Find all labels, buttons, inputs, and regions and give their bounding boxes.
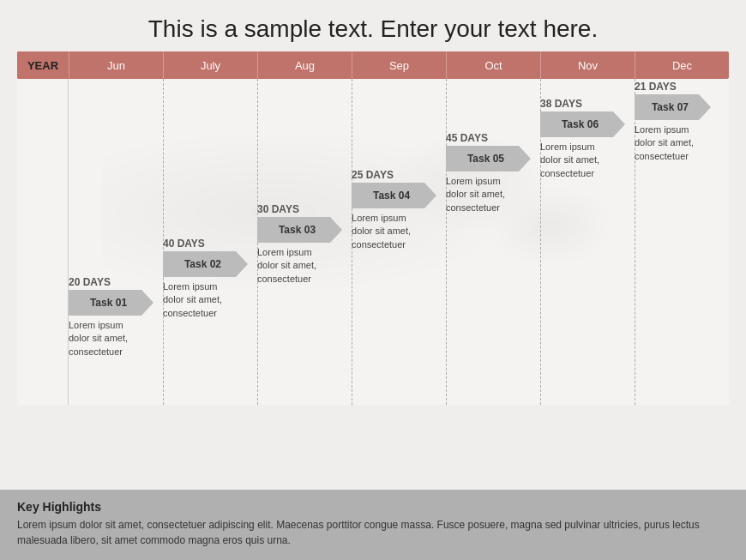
task-07-label: Task 07	[635, 94, 699, 120]
task-02-arrow: Task 02	[163, 251, 268, 277]
month-aug: Aug	[257, 51, 352, 79]
task-07-days: 21 DAYS	[635, 81, 727, 93]
task-05-days: 45 DAYS	[446, 132, 551, 144]
task-04-block: 25 DAYS Task 04 Lorem ipsumdolor sit ame…	[352, 169, 457, 251]
task-05-arrow: Task 05	[446, 146, 551, 172]
task-04-days: 25 DAYS	[352, 169, 457, 181]
footer-text: Lorem ipsum dolor sit amet, consectetuer…	[17, 517, 729, 548]
task-01-days: 20 DAYS	[69, 276, 174, 288]
gantt-body: 20 DAYS Task 01 Lorem ipsumdolor sit ame…	[17, 79, 729, 405]
page-container: This is a sample text. Enter your text h…	[0, 0, 746, 405]
task-07-arrow: Task 07	[635, 94, 727, 120]
month-dec: Dec	[635, 51, 729, 79]
task-05-desc: Lorem ipsumdolor sit amet,consectetuer	[446, 175, 551, 214]
task-04-label: Task 04	[352, 183, 424, 208]
task-01-block: 20 DAYS Task 01 Lorem ipsumdolor sit ame…	[69, 276, 174, 358]
task-05-block: 45 DAYS Task 05 Lorem ipsumdolor sit ame…	[446, 132, 551, 214]
task-03-desc: Lorem ipsumdolor sit amet,consectetuer	[257, 246, 363, 286]
task-01-label: Task 01	[69, 290, 141, 316]
month-jun: Jun	[69, 51, 163, 79]
gantt-wrapper: YEAR Jun July Aug Sep Oct Nov Dec	[0, 51, 746, 405]
task-05-label: Task 05	[446, 146, 519, 172]
task-06-days: 38 DAYS	[540, 98, 646, 110]
task-06-label: Task 06	[540, 111, 613, 137]
month-oct: Oct	[446, 51, 540, 79]
task-04-desc: Lorem ipsumdolor sit amet,consectetuer	[352, 212, 457, 251]
task-06-desc: Lorem ipsumdolor sit amet,consectetuer	[540, 141, 646, 180]
task-03-arrow: Task 03	[257, 217, 363, 243]
task-07-block: 21 DAYS Task 07 Lorem ipsumdolor sit ame…	[635, 81, 727, 163]
task-01-arrow: Task 01	[69, 290, 174, 316]
task-01-desc: Lorem ipsumdolor sit amet,consectetuer	[69, 319, 174, 358]
task-04-arrow: Task 04	[352, 183, 457, 208]
task-03-label: Task 03	[257, 217, 330, 243]
months-area: 20 DAYS Task 01 Lorem ipsumdolor sit ame…	[69, 79, 729, 405]
task-07-desc: Lorem ipsumdolor sit amet,consectetuer	[635, 123, 727, 163]
gantt-header: YEAR Jun July Aug Sep Oct Nov Dec	[17, 51, 729, 79]
page-title: This is a sample text. Enter your text h…	[0, 0, 746, 51]
task-03-block: 30 DAYS Task 03 Lorem ipsumdolor sit ame…	[257, 203, 363, 286]
task-06-arrow: Task 06	[540, 111, 646, 137]
task-03-days: 30 DAYS	[257, 203, 363, 215]
year-column	[17, 79, 69, 405]
month-july: July	[163, 51, 257, 79]
task-02-label: Task 02	[163, 251, 236, 277]
task-06-block: 38 DAYS Task 06 Lorem ipsumdolor sit ame…	[540, 98, 646, 180]
task-02-desc: Lorem ipsumdolor sit amet,consectetuer	[163, 280, 268, 320]
year-label: YEAR	[17, 51, 69, 79]
task-02-days: 40 DAYS	[163, 238, 268, 250]
footer: Key Highlights Lorem ipsum dolor sit ame…	[0, 490, 746, 560]
footer-title: Key Highlights	[17, 500, 729, 514]
month-nov: Nov	[540, 51, 635, 79]
month-sep: Sep	[352, 51, 446, 79]
task-02-block: 40 DAYS Task 02 Lorem ipsumdolor sit ame…	[163, 238, 268, 320]
